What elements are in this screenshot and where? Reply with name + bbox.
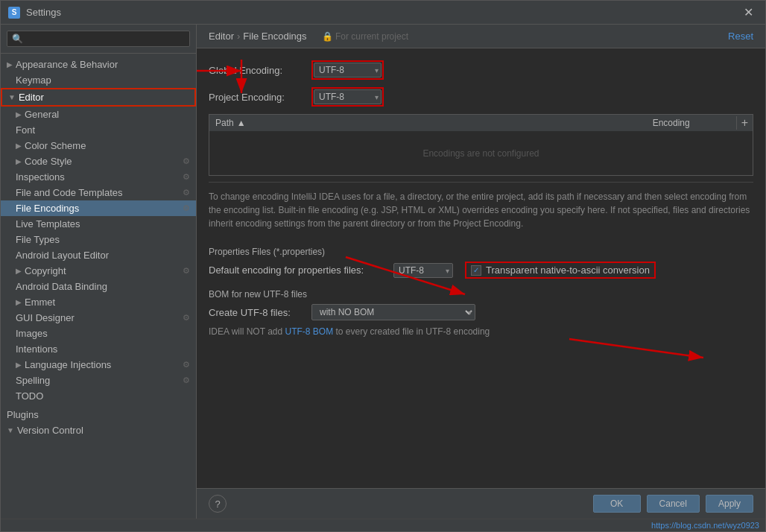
sidebar-item-file-code-templates[interactable]: File and Code Templates ⚙ <box>1 185 196 200</box>
global-encoding-select[interactable]: UTF-8 UTF-16 ISO-8859-1 <box>314 63 382 77</box>
sidebar-item-label-code-style: Code Style <box>25 156 180 167</box>
sidebar-item-plugins[interactable]: Plugins <box>1 407 196 422</box>
bom-note-link: UTF-8 BOM <box>285 326 333 337</box>
sidebar-item-color-scheme[interactable]: ▶ Color Scheme <box>1 138 196 153</box>
bom-create-row: Create UTF-8 files: with NO BOM with BOM <box>209 304 753 320</box>
global-encoding-row: Global Encoding: UTF-8 UTF-16 ISO-8859-1 <box>209 60 753 80</box>
settings-icon-copyright: ⚙ <box>183 266 190 276</box>
breadcrumb-separator: › <box>237 31 240 42</box>
breadcrumb-current: File Encodings <box>243 31 306 42</box>
expand-arrow-general: ▶ <box>16 110 22 118</box>
sidebar-item-appearance[interactable]: ▶ Appearance & Behavior <box>1 57 196 72</box>
sidebar-item-intentions[interactable]: Intentions <box>1 341 196 357</box>
settings-icon-file-encodings: ⚙ <box>183 203 190 213</box>
sidebar-item-images[interactable]: Images <box>1 326 196 341</box>
sidebar-item-version-control[interactable]: ▼ Version Control <box>1 422 196 438</box>
sidebar-tree: ▶ Appearance & Behavior Keymap ▼ Editor … <box>1 54 196 519</box>
transparent-checkbox-row: Transparent native-to-ascii conversion <box>465 262 656 279</box>
settings-icon-inspections: ⚙ <box>183 172 190 182</box>
ok-button[interactable]: OK <box>593 495 641 513</box>
sidebar-item-label-android-data-binding: Android Data Binding <box>16 281 107 292</box>
help-button[interactable]: ? <box>209 495 227 513</box>
default-encoding-label: Default encoding for properties files: <box>209 265 387 276</box>
sidebar-item-label-todo: TODO <box>16 390 43 402</box>
sidebar-item-label-plugins: Plugins <box>7 409 39 420</box>
sidebar-item-language-injections[interactable]: ▶ Language Injections ⚙ <box>1 357 196 373</box>
sidebar-item-label-keymap: Keymap <box>16 75 51 86</box>
transparent-label: Transparent native-to-ascii conversion <box>486 265 650 276</box>
reset-button[interactable]: Reset <box>728 31 753 42</box>
sidebar-item-gui-designer[interactable]: GUI Designer ⚙ <box>1 310 196 326</box>
settings-icon-gui-designer: ⚙ <box>183 313 190 323</box>
sidebar-item-label-images: Images <box>16 328 48 339</box>
project-encoding-select-wrapper: UTF-8 UTF-16 ISO-8859-1 <box>311 87 384 107</box>
status-bar: https://blog.csdn.net/wyz0923 <box>1 519 765 531</box>
panel-body: Global Encoding: UTF-8 UTF-16 ISO-8859-1… <box>197 48 765 488</box>
table-col-path: Path ▲ <box>209 115 647 131</box>
sidebar-item-android-layout-editor[interactable]: Android Layout Editor <box>1 247 196 263</box>
table-header: Path ▲ Encoding + <box>209 114 753 131</box>
sidebar-item-file-encodings[interactable]: File Encodings ⚙ <box>1 200 196 216</box>
sidebar-item-inspections[interactable]: Inspections ⚙ <box>1 169 196 185</box>
sidebar-item-label-file-encodings: File Encodings <box>16 203 180 214</box>
table-add-button[interactable]: + <box>736 116 753 130</box>
sidebar-item-label-version-control: Version Control <box>17 425 83 436</box>
properties-section: Properties Files (*.properties) Default … <box>209 247 753 279</box>
sidebar-item-font[interactable]: Font <box>1 122 196 138</box>
sidebar-item-label-language-injections: Language Injections <box>25 359 180 370</box>
sidebar-item-editor[interactable]: ▼ Editor <box>1 88 196 107</box>
bom-section: BOM for new UTF-8 files Create UTF-8 fil… <box>209 289 753 337</box>
global-encoding-label: Global Encoding: <box>209 65 306 76</box>
sidebar-item-label-gui-designer: GUI Designer <box>16 312 180 323</box>
sidebar-item-keymap[interactable]: Keymap <box>1 72 196 88</box>
bom-select-wrapper: with NO BOM with BOM <box>311 304 475 320</box>
default-encoding-select[interactable]: UTF-8 UTF-16 <box>393 263 453 278</box>
sidebar-item-android-data-binding[interactable]: Android Data Binding <box>1 279 196 294</box>
sidebar-item-label-inspections: Inspections <box>16 171 180 183</box>
sidebar-item-live-templates[interactable]: Live Templates <box>1 216 196 232</box>
settings-icon-spelling: ⚙ <box>183 376 190 385</box>
sidebar-item-copyright[interactable]: ▶ Copyright ⚙ <box>1 263 196 279</box>
sidebar-item-label-live-templates: Live Templates <box>16 218 80 229</box>
settings-icon-language-injections: ⚙ <box>183 360 190 370</box>
sidebar-item-general[interactable]: ▶ General <box>1 107 196 122</box>
bom-create-select[interactable]: with NO BOM with BOM <box>311 304 475 320</box>
sidebar-item-code-style[interactable]: ▶ Code Style ⚙ <box>1 153 196 169</box>
table-body: Encodings are not configured <box>209 131 753 176</box>
cancel-button[interactable]: Cancel <box>647 495 700 513</box>
sidebar-item-spelling[interactable]: Spelling ⚙ <box>1 373 196 388</box>
search-input[interactable] <box>7 31 190 47</box>
breadcrumb: Editor › File Encodings 🔒 For current pr… <box>209 31 408 42</box>
default-encoding-select-wrapper: UTF-8 UTF-16 <box>393 263 453 278</box>
sidebar-item-file-types[interactable]: File Types <box>1 232 196 247</box>
expand-arrow-emmet: ▶ <box>16 298 22 306</box>
sidebar-item-emmet[interactable]: ▶ Emmet <box>1 294 196 310</box>
transparent-checkbox[interactable] <box>471 265 481 276</box>
sidebar-item-label-copyright: Copyright <box>25 265 180 276</box>
close-button[interactable]: ✕ <box>739 4 758 21</box>
bom-section-title: BOM for new UTF-8 files <box>209 289 753 300</box>
settings-window: S Settings ✕ ▶ Appearance & Behavior Key… <box>0 0 766 532</box>
sidebar-item-label-file-code-templates: File and Code Templates <box>16 187 180 198</box>
bom-note-prefix: IDEA will NOT add <box>209 326 285 337</box>
sidebar-item-label-editor: Editor <box>19 92 44 103</box>
table-empty-message: Encodings are not configured <box>422 148 539 159</box>
sidebar-item-label-android-layout-editor: Android Layout Editor <box>16 250 109 261</box>
expand-arrow-language-injections: ▶ <box>16 361 22 369</box>
project-encoding-row: Project Encoding: UTF-8 UTF-16 ISO-8859-… <box>209 87 753 107</box>
create-utf8-label: Create UTF-8 files: <box>209 307 306 318</box>
expand-arrow-version-control: ▼ <box>7 426 14 434</box>
bottom-left: ? <box>209 495 227 513</box>
apply-button[interactable]: Apply <box>706 495 753 513</box>
default-encoding-row: Default encoding for properties files: U… <box>209 262 753 279</box>
sidebar-item-label-file-types: File Types <box>16 234 60 245</box>
project-encoding-select[interactable]: UTF-8 UTF-16 ISO-8859-1 <box>314 89 382 104</box>
svg-line-4 <box>569 339 703 358</box>
window-title: Settings <box>26 7 739 18</box>
sidebar-item-todo[interactable]: TODO <box>1 388 196 404</box>
title-bar: S Settings ✕ <box>1 1 765 25</box>
encoding-table-container: Path ▲ Encoding + Encodings are not conf… <box>209 114 753 176</box>
sidebar-item-label-color-scheme: Color Scheme <box>25 140 86 151</box>
breadcrumb-parent: Editor <box>209 31 234 42</box>
breadcrumb-scope: 🔒 For current project <box>322 31 408 42</box>
